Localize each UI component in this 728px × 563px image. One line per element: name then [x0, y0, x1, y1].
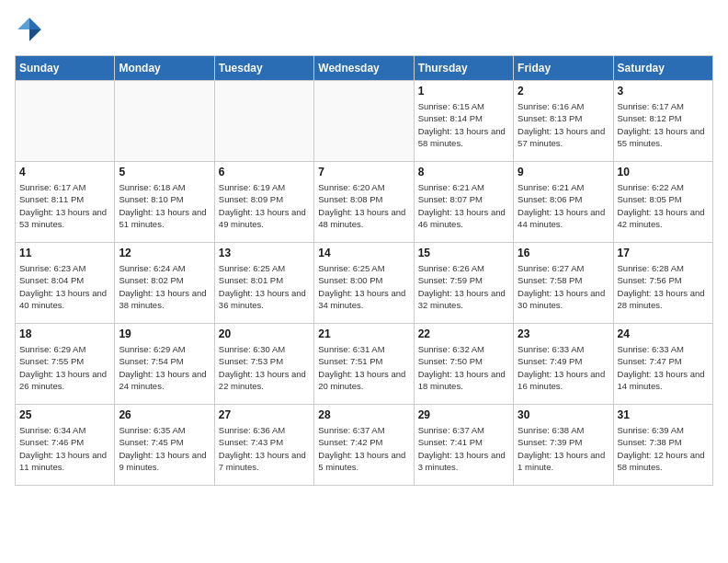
logo-icon	[15, 15, 44, 44]
calendar-cell: 5Sunrise: 6:18 AMSunset: 8:10 PMDaylight…	[115, 162, 214, 243]
day-number: 24	[618, 327, 709, 340]
day-info: Sunrise: 6:29 AMSunset: 7:54 PMDaylight:…	[119, 343, 210, 392]
calendar-cell: 6Sunrise: 6:19 AMSunset: 8:09 PMDaylight…	[214, 162, 313, 243]
day-number: 29	[418, 408, 509, 421]
day-info: Sunrise: 6:16 AMSunset: 8:13 PMDaylight:…	[518, 100, 609, 149]
day-number: 18	[19, 327, 110, 340]
page-header	[15, 15, 713, 44]
calendar-cell: 1Sunrise: 6:15 AMSunset: 8:14 PMDaylight…	[414, 81, 513, 162]
day-number: 16	[518, 247, 609, 259]
day-info: Sunrise: 6:33 AMSunset: 7:49 PMDaylight:…	[518, 343, 609, 392]
calendar-cell: 21Sunrise: 6:31 AMSunset: 7:51 PMDayligh…	[314, 324, 414, 405]
day-info: Sunrise: 6:25 AMSunset: 8:01 PMDaylight:…	[219, 262, 310, 311]
day-info: Sunrise: 6:17 AMSunset: 8:11 PMDaylight:…	[19, 181, 110, 230]
day-number: 9	[518, 166, 609, 178]
calendar-cell: 24Sunrise: 6:33 AMSunset: 7:47 PMDayligh…	[613, 324, 712, 405]
calendar-cell: 17Sunrise: 6:28 AMSunset: 7:56 PMDayligh…	[613, 243, 712, 324]
weekday-header: Monday	[115, 56, 214, 81]
calendar-cell: 7Sunrise: 6:20 AMSunset: 8:08 PMDaylight…	[314, 162, 414, 243]
calendar-cell: 26Sunrise: 6:35 AMSunset: 7:45 PMDayligh…	[115, 405, 214, 486]
day-number: 25	[19, 408, 110, 421]
day-number: 12	[119, 247, 210, 259]
weekday-header: Sunday	[16, 56, 115, 81]
day-info: Sunrise: 6:22 AMSunset: 8:05 PMDaylight:…	[618, 181, 709, 230]
day-info: Sunrise: 6:36 AMSunset: 7:43 PMDaylight:…	[219, 424, 310, 473]
calendar-cell: 30Sunrise: 6:38 AMSunset: 7:39 PMDayligh…	[514, 405, 613, 486]
calendar-cell: 25Sunrise: 6:34 AMSunset: 7:46 PMDayligh…	[16, 405, 115, 486]
calendar-cell: 9Sunrise: 6:21 AMSunset: 8:06 PMDaylight…	[514, 162, 613, 243]
day-info: Sunrise: 6:17 AMSunset: 8:12 PMDaylight:…	[618, 100, 709, 149]
day-number: 2	[518, 85, 609, 98]
day-info: Sunrise: 6:15 AMSunset: 8:14 PMDaylight:…	[418, 100, 509, 149]
day-number: 14	[318, 247, 409, 259]
calendar-cell: 12Sunrise: 6:24 AMSunset: 8:02 PMDayligh…	[115, 243, 214, 324]
calendar-cell: 27Sunrise: 6:36 AMSunset: 7:43 PMDayligh…	[214, 405, 313, 486]
svg-marker-1	[29, 29, 41, 41]
calendar-cell: 29Sunrise: 6:37 AMSunset: 7:41 PMDayligh…	[414, 405, 513, 486]
day-number: 11	[19, 247, 110, 259]
day-info: Sunrise: 6:29 AMSunset: 7:55 PMDaylight:…	[19, 343, 110, 392]
day-number: 10	[618, 166, 709, 178]
calendar-cell: 16Sunrise: 6:27 AMSunset: 7:58 PMDayligh…	[514, 243, 613, 324]
day-number: 15	[418, 247, 509, 259]
day-info: Sunrise: 6:20 AMSunset: 8:08 PMDaylight:…	[318, 181, 409, 230]
day-number: 7	[318, 166, 409, 178]
calendar-cell	[16, 81, 115, 162]
day-info: Sunrise: 6:31 AMSunset: 7:51 PMDaylight:…	[318, 343, 409, 392]
day-info: Sunrise: 6:38 AMSunset: 7:39 PMDaylight:…	[518, 424, 609, 473]
calendar-cell: 4Sunrise: 6:17 AMSunset: 8:11 PMDaylight…	[16, 162, 115, 243]
day-number: 6	[219, 166, 310, 178]
day-number: 20	[219, 327, 310, 340]
day-info: Sunrise: 6:37 AMSunset: 7:42 PMDaylight:…	[318, 424, 409, 473]
day-number: 8	[418, 166, 509, 178]
calendar-cell: 14Sunrise: 6:25 AMSunset: 8:00 PMDayligh…	[314, 243, 414, 324]
calendar-cell	[115, 81, 214, 162]
day-info: Sunrise: 6:21 AMSunset: 8:06 PMDaylight:…	[518, 181, 609, 230]
day-number: 3	[618, 85, 709, 98]
calendar-week-row: 18Sunrise: 6:29 AMSunset: 7:55 PMDayligh…	[16, 324, 713, 405]
calendar-cell: 2Sunrise: 6:16 AMSunset: 8:13 PMDaylight…	[514, 81, 613, 162]
calendar-cell: 18Sunrise: 6:29 AMSunset: 7:55 PMDayligh…	[16, 324, 115, 405]
calendar-cell: 11Sunrise: 6:23 AMSunset: 8:04 PMDayligh…	[16, 243, 115, 324]
day-number: 5	[119, 166, 210, 178]
day-info: Sunrise: 6:32 AMSunset: 7:50 PMDaylight:…	[418, 343, 509, 392]
svg-marker-0	[29, 17, 41, 29]
svg-marker-2	[17, 17, 29, 29]
day-info: Sunrise: 6:27 AMSunset: 7:58 PMDaylight:…	[518, 262, 609, 311]
day-number: 21	[318, 327, 409, 340]
calendar-cell: 3Sunrise: 6:17 AMSunset: 8:12 PMDaylight…	[613, 81, 712, 162]
calendar-cell	[214, 81, 313, 162]
day-number: 1	[418, 85, 509, 98]
day-number: 17	[618, 247, 709, 259]
day-info: Sunrise: 6:37 AMSunset: 7:41 PMDaylight:…	[418, 424, 509, 473]
day-number: 4	[19, 166, 110, 178]
day-info: Sunrise: 6:28 AMSunset: 7:56 PMDaylight:…	[618, 262, 709, 311]
calendar-header-row: SundayMondayTuesdayWednesdayThursdayFrid…	[16, 56, 713, 81]
day-info: Sunrise: 6:26 AMSunset: 7:59 PMDaylight:…	[418, 262, 509, 311]
calendar-week-row: 25Sunrise: 6:34 AMSunset: 7:46 PMDayligh…	[16, 405, 713, 486]
calendar-table: SundayMondayTuesdayWednesdayThursdayFrid…	[15, 55, 713, 486]
calendar-cell: 22Sunrise: 6:32 AMSunset: 7:50 PMDayligh…	[414, 324, 513, 405]
calendar-cell: 19Sunrise: 6:29 AMSunset: 7:54 PMDayligh…	[115, 324, 214, 405]
day-info: Sunrise: 6:25 AMSunset: 8:00 PMDaylight:…	[318, 262, 409, 311]
calendar-cell: 31Sunrise: 6:39 AMSunset: 7:38 PMDayligh…	[613, 405, 712, 486]
logo	[15, 15, 48, 44]
calendar-cell: 20Sunrise: 6:30 AMSunset: 7:53 PMDayligh…	[214, 324, 313, 405]
calendar-cell: 23Sunrise: 6:33 AMSunset: 7:49 PMDayligh…	[514, 324, 613, 405]
day-number: 13	[219, 247, 310, 259]
calendar-cell	[314, 81, 414, 162]
day-number: 26	[119, 408, 210, 421]
day-number: 23	[518, 327, 609, 340]
calendar-cell: 15Sunrise: 6:26 AMSunset: 7:59 PMDayligh…	[414, 243, 513, 324]
day-number: 27	[219, 408, 310, 421]
day-info: Sunrise: 6:24 AMSunset: 8:02 PMDaylight:…	[119, 262, 210, 311]
weekday-header: Friday	[514, 56, 613, 81]
calendar-cell: 10Sunrise: 6:22 AMSunset: 8:05 PMDayligh…	[613, 162, 712, 243]
day-info: Sunrise: 6:34 AMSunset: 7:46 PMDaylight:…	[19, 424, 110, 473]
day-info: Sunrise: 6:18 AMSunset: 8:10 PMDaylight:…	[119, 181, 210, 230]
calendar-cell: 13Sunrise: 6:25 AMSunset: 8:01 PMDayligh…	[214, 243, 313, 324]
day-number: 19	[119, 327, 210, 340]
weekday-header: Wednesday	[314, 56, 414, 81]
day-number: 31	[618, 408, 709, 421]
day-number: 28	[318, 408, 409, 421]
